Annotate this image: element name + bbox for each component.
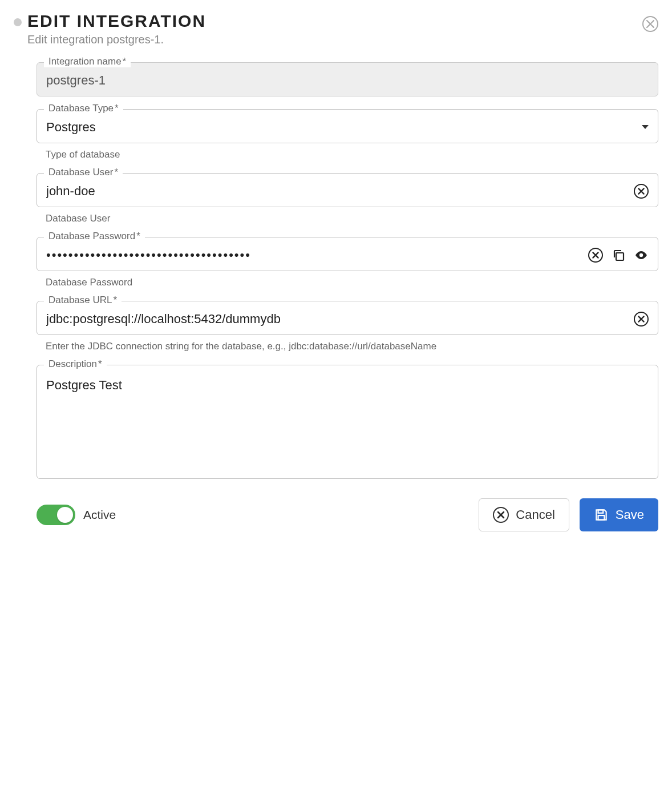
cancel-button-label: Cancel xyxy=(516,507,554,522)
svg-point-1 xyxy=(639,253,643,257)
description-label: Description* xyxy=(44,358,107,370)
database-user-input[interactable] xyxy=(46,184,628,199)
page-title: Edit Integration xyxy=(27,11,206,31)
database-password-label: Database Password* xyxy=(44,231,145,242)
database-type-helper: Type of database xyxy=(46,149,658,160)
cancel-icon xyxy=(493,507,509,523)
copy-icon xyxy=(612,248,625,262)
database-url-input[interactable] xyxy=(46,312,628,327)
save-button-label: Save xyxy=(616,507,644,522)
copy-password-button[interactable] xyxy=(611,248,626,263)
database-user-helper: Database User xyxy=(46,213,658,224)
toggle-password-visibility-button[interactable] xyxy=(634,248,649,263)
database-url-label: Database URL* xyxy=(44,295,122,306)
close-icon xyxy=(646,20,654,28)
database-password-input[interactable] xyxy=(46,248,582,263)
svg-rect-2 xyxy=(598,510,603,513)
integration-name-input xyxy=(46,73,649,88)
integration-name-field: Integration name* xyxy=(37,62,658,96)
clear-database-user-button[interactable] xyxy=(634,184,649,199)
close-button[interactable] xyxy=(642,16,658,32)
database-password-field[interactable]: Database Password* xyxy=(37,237,658,271)
edit-integration-form: Integration name* Database Type* Postgre… xyxy=(14,62,658,531)
cancel-button[interactable]: Cancel xyxy=(479,498,569,531)
save-icon xyxy=(594,507,609,522)
database-user-label: Database User* xyxy=(44,167,123,178)
chevron-down-icon xyxy=(642,125,649,130)
description-input[interactable] xyxy=(46,376,649,467)
database-password-helper: Database Password xyxy=(46,277,658,288)
svg-rect-0 xyxy=(616,253,624,260)
active-toggle[interactable] xyxy=(37,505,75,525)
save-button[interactable]: Save xyxy=(580,498,658,531)
database-type-label: Database Type* xyxy=(44,103,123,114)
page-subtitle: Edit integration postgres-1. xyxy=(27,33,206,46)
toggle-knob-icon xyxy=(57,507,73,523)
database-type-field[interactable]: Database Type* Postgres xyxy=(37,109,658,143)
database-type-value: Postgres xyxy=(46,120,642,135)
clear-database-url-button[interactable] xyxy=(634,312,649,327)
description-field[interactable]: Description* xyxy=(37,365,658,479)
eye-icon xyxy=(634,248,648,262)
active-toggle-label: Active xyxy=(83,508,116,522)
clear-password-button[interactable] xyxy=(588,248,603,263)
status-dot-icon xyxy=(14,18,22,26)
svg-rect-3 xyxy=(598,515,604,520)
database-user-field[interactable]: Database User* xyxy=(37,173,658,207)
database-url-helper: Enter the JDBC connection string for the… xyxy=(46,341,658,352)
integration-name-label: Integration name* xyxy=(44,56,131,67)
database-url-field[interactable]: Database URL* xyxy=(37,301,658,335)
